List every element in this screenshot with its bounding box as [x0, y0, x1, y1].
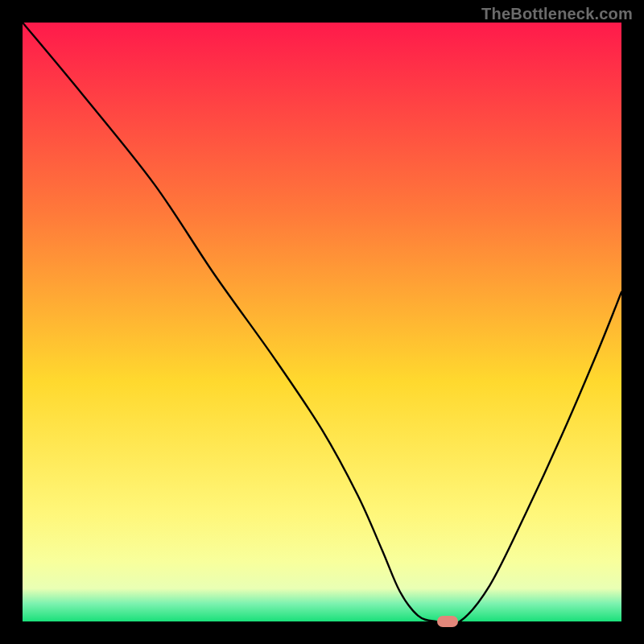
gradient-background	[23, 23, 621, 621]
optimal-point-marker	[437, 616, 458, 627]
chart-svg	[23, 23, 621, 621]
plot-area	[23, 23, 621, 621]
chart-frame: TheBottleneck.com	[0, 0, 644, 644]
watermark-text: TheBottleneck.com	[481, 5, 633, 23]
